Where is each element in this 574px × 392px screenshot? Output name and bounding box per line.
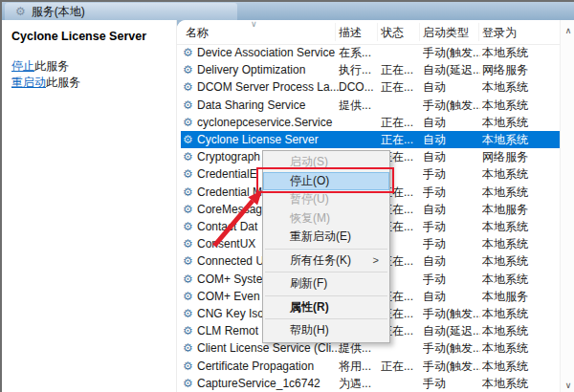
service-gear-icon: ⚙: [183, 271, 193, 288]
service-gear-icon: ⚙: [183, 288, 193, 305]
service-startup-type: 手动: [423, 375, 480, 392]
service-logon-as: 本地系统: [482, 358, 557, 375]
menu-item[interactable]: 停止(O): [263, 172, 389, 191]
service-startup-type: 手动: [423, 271, 480, 288]
service-startup-type: 自动: [423, 252, 480, 270]
service-startup-type: 手动(触发...: [423, 305, 480, 322]
service-gear-icon: ⚙: [183, 114, 193, 131]
submenu-arrow-icon: >: [373, 251, 379, 271]
service-gear-icon: ⚙: [183, 44, 193, 61]
selected-service-name: Cyclone License Server: [11, 30, 166, 43]
service-row[interactable]: ⚙DCOM Server Process La...DCO...正在...自动本…: [181, 78, 560, 96]
service-startup-type: 自动: [423, 114, 480, 131]
menu-item: 启动(S): [263, 153, 389, 172]
services-window: ⚙ 服务(本地) Cyclone License Server 停止此服务 重启…: [0, 0, 574, 392]
service-logon-as: 本地系统: [482, 44, 557, 61]
service-row[interactable]: ⚙Cyclone License Server正在...自动本地系统: [181, 131, 560, 148]
column-header-startup[interactable]: 启动类型: [423, 25, 469, 41]
service-startup-type: 手动(触发...: [423, 339, 480, 357]
restart-service-line: 重启动此服务: [11, 75, 166, 91]
menu-item[interactable]: 重新启动(E): [263, 228, 389, 247]
service-gear-icon: ⚙: [183, 184, 193, 201]
service-logon-as: 网络服务: [482, 61, 557, 78]
menu-separator: [265, 272, 387, 272]
menu-item[interactable]: 属性(R): [263, 298, 389, 317]
service-row[interactable]: ⚙CaptureService_1c6742为遇...手动本地系统: [181, 375, 560, 392]
service-name: Data Sharing Service: [197, 97, 436, 114]
service-gear-icon: ⚙: [183, 305, 193, 322]
service-status: 正在...: [381, 114, 421, 131]
service-startup-type: 手动(触发...: [423, 358, 480, 375]
service-gear-icon: ⚙: [183, 218, 193, 235]
service-startup-type: 自动: [423, 288, 480, 305]
services-local-tab: ⚙ 服务(本地): [5, 3, 237, 20]
service-gear-icon: ⚙: [183, 61, 193, 78]
list-header: 名称 ∨ 描述 状态 启动类型 登录为: [177, 20, 560, 45]
scroll-down-icon[interactable]: ∨: [561, 381, 574, 390]
service-gear-icon: ⚙: [183, 322, 193, 339]
service-logon-as: 本地系统: [482, 322, 557, 339]
pane-titlebar: ⚙ 服务(本地): [2, 2, 574, 20]
service-status: 正在...: [381, 61, 421, 78]
service-summary-panel: Cyclone License Server 停止此服务 重启动此服务: [2, 20, 177, 392]
scroll-up-icon[interactable]: ∧: [561, 26, 574, 35]
column-header-status[interactable]: 状态: [381, 25, 404, 41]
stop-service-link[interactable]: 停止: [11, 59, 34, 73]
service-gear-icon: ⚙: [183, 165, 193, 183]
services-gear-icon: ⚙: [15, 6, 26, 17]
service-row[interactable]: ⚙Delivery Optimization执行...正在...自动(延迟...…: [181, 61, 560, 78]
service-gear-icon: ⚙: [183, 252, 193, 270]
service-row[interactable]: ⚙cyclonepceservice.Service正在...自动本地系统: [181, 114, 560, 131]
service-gear-icon: ⚙: [183, 97, 193, 114]
header-divider: [335, 23, 336, 41]
service-gear-icon: ⚙: [183, 235, 193, 252]
column-header-name[interactable]: 名称: [186, 25, 209, 41]
service-logon-as: 本地系统: [482, 131, 557, 148]
service-row[interactable]: ⚙Device Association Service在系...手动(触发...…: [181, 44, 560, 61]
service-gear-icon: ⚙: [183, 148, 193, 165]
header-divider: [478, 23, 479, 41]
service-startup-type: 手动: [423, 218, 480, 235]
restart-service-link[interactable]: 重启动: [11, 76, 46, 89]
menu-item[interactable]: 所有任务(K)>: [263, 251, 389, 271]
menu-item[interactable]: 帮助(H): [263, 321, 389, 340]
vertical-scrollbar[interactable]: ∧ ∨: [560, 20, 574, 392]
service-logon-as: 本地服务: [482, 201, 557, 218]
restart-service-suffix: 此服务: [46, 76, 80, 89]
service-logon-as: 本地系统: [482, 271, 557, 288]
service-startup-type: 手动: [423, 235, 480, 252]
service-startup-type: 手动: [423, 165, 480, 183]
service-gear-icon: ⚙: [183, 375, 193, 392]
service-logon-as: 本地系统: [482, 218, 557, 235]
header-divider: [419, 23, 420, 41]
service-logon-as: 本地系统: [482, 252, 557, 270]
column-header-logon[interactable]: 登录为: [482, 25, 517, 41]
service-logon-as: 本地系统: [482, 184, 557, 201]
service-logon-as: 本地系统: [482, 305, 557, 322]
service-logon-as: 本地系统: [482, 114, 557, 131]
service-row[interactable]: ⚙Certificate Propagation将用...正在...手动(触发.…: [181, 358, 560, 375]
menu-separator: [265, 318, 387, 319]
service-gear-icon: ⚙: [183, 78, 193, 96]
service-logon-as: 本地系统: [482, 97, 557, 114]
service-startup-type: 自动: [423, 201, 480, 218]
menu-item[interactable]: 刷新(F): [263, 274, 389, 294]
service-gear-icon: ⚙: [183, 131, 193, 148]
service-logon-as: 本地系统: [482, 78, 557, 96]
service-description: 提供...: [339, 97, 379, 114]
menu-separator: [265, 249, 387, 250]
service-description: DCO...: [339, 78, 379, 96]
service-logon-as: 本地系统: [482, 375, 557, 392]
service-context-menu: 启动(S)停止(O)暂停(U)恢复(M)重新启动(E)所有任务(K)>刷新(F)…: [262, 150, 390, 343]
column-header-desc[interactable]: 描述: [339, 25, 362, 41]
service-logon-as: 本地系统: [482, 235, 557, 252]
service-startup-type: 手动(触发...: [423, 44, 480, 61]
service-startup-type: 自动: [423, 131, 480, 148]
service-description: 为遇...: [339, 375, 379, 392]
service-description: 执行...: [339, 61, 379, 78]
service-row[interactable]: ⚙Data Sharing Service提供...手动(触发...本地系统: [181, 97, 560, 114]
pane-title: 服务(本地): [32, 4, 85, 20]
menu-separator: [265, 295, 387, 296]
service-gear-icon: ⚙: [183, 201, 193, 218]
service-gear-icon: ⚙: [183, 339, 193, 357]
